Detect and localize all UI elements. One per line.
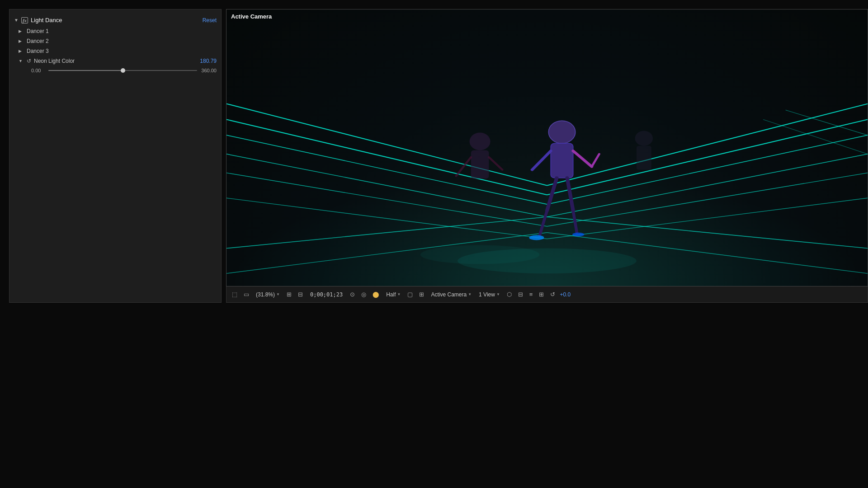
view-count-chevron-icon: ▼ <box>496 292 500 296</box>
reset-stopwatch-icon[interactable]: ↺ <box>27 58 31 64</box>
camera-dropdown[interactable]: Active Camera ▼ <box>429 291 474 299</box>
layout1-btn[interactable]: ⬡ <box>505 290 514 299</box>
resolution2-btn[interactable]: ⊞ <box>417 290 426 299</box>
viewer-toolbar: ⬚ ▭ (31.8%) ▼ ⊞ ⊟ 0;00;01;23 ⊙ ◎ ⬤ Half … <box>226 286 868 303</box>
svg-rect-19 <box>551 143 573 178</box>
zoom-chevron-icon: ▼ <box>276 292 280 296</box>
svg-line-3 <box>226 154 547 217</box>
svg-point-33 <box>635 131 653 145</box>
svg-line-20 <box>532 151 551 170</box>
svg-line-26 <box>573 211 577 233</box>
scene-canvas <box>226 9 868 286</box>
scene-svg <box>226 9 868 286</box>
svg-point-18 <box>548 121 575 143</box>
resolution-btn[interactable]: ▢ <box>406 290 415 299</box>
camera-value: Active Camera <box>431 291 467 298</box>
panel-title: Light Dance <box>31 17 200 23</box>
expand-arrow-dancer2-icon: ▶ <box>19 39 24 43</box>
tree-item-dancer1[interactable]: ▶ Dancer 1 <box>9 26 221 36</box>
slider-max-label: 360.00 <box>201 68 217 73</box>
svg-line-22 <box>592 154 599 167</box>
bottom-area <box>0 303 868 488</box>
svg-point-28 <box>572 233 584 236</box>
grid-btn[interactable]: ⊞ <box>285 290 293 299</box>
slider-fill <box>48 70 123 71</box>
dancer3-label: Dancer 3 <box>27 48 49 54</box>
layout4-btn[interactable]: ⊞ <box>537 290 546 299</box>
screen-btn[interactable]: ⬚ <box>230 290 239 299</box>
expand-arrow-dancer3-icon: ▶ <box>19 49 24 53</box>
viewer-area: Active Camera <box>226 9 868 303</box>
svg-point-36 <box>420 245 540 264</box>
reset-button[interactable]: Reset <box>203 17 217 23</box>
svg-line-11 <box>547 154 868 217</box>
neon-light-row: ▼ ↺ Neon Light Color 180.79 <box>9 56 221 66</box>
svg-line-8 <box>547 104 868 186</box>
slider-track[interactable] <box>48 70 197 71</box>
svg-line-24 <box>540 211 547 236</box>
svg-point-29 <box>470 133 491 150</box>
panel-header: ▼ fx Light Dance Reset <box>9 14 221 26</box>
zoom-value: (31.8%) <box>256 291 275 298</box>
layout3-btn[interactable]: ≡ <box>528 290 535 299</box>
svg-line-0 <box>226 104 547 186</box>
quality-value: Half <box>386 291 396 298</box>
svg-line-1 <box>226 119 547 195</box>
quality-dropdown[interactable]: Half ▼ <box>384 291 403 299</box>
svg-line-9 <box>547 119 868 195</box>
grid2-btn[interactable]: ⊟ <box>296 290 305 299</box>
palette-btn[interactable]: ⬤ <box>371 290 381 299</box>
main-area: ▼ fx Light Dance Reset ▶ Dancer 1 ▶ Danc… <box>0 0 868 303</box>
tree-item-dancer3[interactable]: ▶ Dancer 3 <box>9 46 221 56</box>
svg-line-31 <box>456 157 471 176</box>
monitor-btn[interactable]: ▭ <box>242 290 251 299</box>
refresh-btn[interactable]: ↺ <box>548 290 557 299</box>
viewer-container: Active Camera <box>226 9 868 286</box>
expand-arrow-dancer1-icon: ▶ <box>19 29 24 33</box>
collapse-arrow-icon[interactable]: ▼ <box>14 18 19 23</box>
svg-line-17 <box>763 119 868 154</box>
svg-line-32 <box>489 157 502 170</box>
left-panel: ▼ fx Light Dance Reset ▶ Dancer 1 ▶ Danc… <box>9 9 222 303</box>
gain-value: +0.0 <box>560 291 571 298</box>
svg-point-27 <box>529 235 544 240</box>
svg-line-21 <box>573 151 592 167</box>
neon-light-inner: ↺ Neon Light Color 180.79 <box>27 58 217 64</box>
camera-label: Active Camera <box>231 13 272 20</box>
fx-icon: fx <box>21 17 28 23</box>
expand-arrow-neon-icon[interactable]: ▼ <box>19 59 24 63</box>
dancer2-label: Dancer 2 <box>27 38 49 44</box>
camera-chevron-icon: ▼ <box>468 292 472 296</box>
zoom-dropdown[interactable]: (31.8%) ▼ <box>254 291 282 299</box>
slider-thumb[interactable] <box>121 68 125 73</box>
svg-line-25 <box>567 178 573 211</box>
svg-rect-34 <box>637 146 651 170</box>
svg-line-10 <box>547 135 868 204</box>
slider-row: 0.00 360.00 <box>9 66 221 75</box>
neon-light-label: Neon Light Color <box>34 58 75 64</box>
tree-item-dancer2[interactable]: ▶ Dancer 2 <box>9 36 221 46</box>
view-count-dropdown[interactable]: 1 View ▼ <box>476 291 502 299</box>
view-count-value: 1 View <box>479 291 495 298</box>
quality-chevron-icon: ▼ <box>397 292 401 296</box>
svg-line-2 <box>226 135 547 204</box>
snapshot-btn[interactable]: ⊙ <box>348 290 357 299</box>
svg-rect-30 <box>471 150 489 179</box>
slider-min-label: 0.00 <box>31 68 45 73</box>
neon-light-value[interactable]: 180.79 <box>200 58 217 64</box>
layout2-btn[interactable]: ⊟ <box>516 290 525 299</box>
color-wheel-btn[interactable]: ◎ <box>359 290 368 299</box>
timecode-display: 0;00;01;23 <box>307 291 345 299</box>
dancer1-label: Dancer 1 <box>27 28 49 34</box>
